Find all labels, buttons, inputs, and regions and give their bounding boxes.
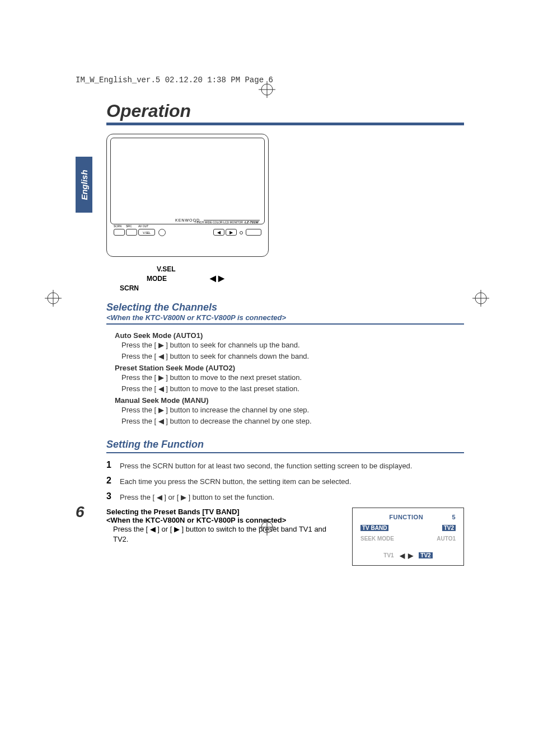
- device-model: LZ-701W: [245, 220, 259, 224]
- step-number: 1: [106, 460, 114, 470]
- annotation-vsel: V.SEL: [157, 265, 176, 273]
- tvband-value: TV2: [442, 525, 456, 531]
- registration-mark-icon: [472, 290, 489, 309]
- step2-text: Each time you press the SCRN button, the…: [120, 476, 351, 487]
- step3-text: Press the [ ◀ ] or [ ▶ ] button to set t…: [120, 491, 274, 503]
- preset-sub: <When the KTC-V800N or KTC-V800P is conn…: [106, 516, 341, 524]
- footer-arrows-icon: ◀ ▶: [400, 552, 414, 560]
- sub-underline: [106, 452, 464, 453]
- selecting-channels-subtitle: <When the KTC-V800N or KTC-V800P is conn…: [106, 313, 464, 322]
- manu-line2: Press the [ ◀ ] button to decrease the c…: [121, 416, 464, 427]
- annotation-scrn: SCRN: [120, 284, 139, 292]
- registration-mark-icon: [259, 81, 275, 100]
- auto1-title: Auto Seek Mode (AUTO1): [115, 331, 464, 340]
- src-label: SRC: [126, 224, 132, 228]
- left-arrow-button[interactable]: ◀: [213, 229, 224, 236]
- src-button[interactable]: [126, 229, 137, 236]
- print-header: IM_W_English_ver.5 02.12.20 1:38 PM Page…: [76, 76, 273, 84]
- seekmode-label: SEEK MODE: [360, 536, 394, 542]
- setting-function-title: Setting the Function: [106, 439, 464, 450]
- section-title: Operation: [106, 101, 464, 121]
- annotation-arrows: ◀ ▶: [210, 274, 224, 283]
- device-subtext: 7-INCH WIDE COLOR LCD MONITOR: [194, 220, 243, 224]
- preset-heading: Selecting the Preset Bands [TV BAND]: [106, 508, 341, 516]
- scrn-button[interactable]: [114, 229, 125, 236]
- manu-line1: Press the [ ▶ ] button to increase the c…: [121, 405, 464, 416]
- step-number: 2: [106, 476, 114, 486]
- indicator-light: [240, 231, 243, 234]
- power-button[interactable]: [246, 229, 261, 236]
- vsel-button[interactable]: V.SEL: [138, 229, 155, 236]
- page-number: 6: [76, 503, 85, 521]
- language-label: English: [79, 170, 89, 200]
- registration-mark-icon: [259, 519, 275, 538]
- registration-mark-icon: [45, 290, 62, 309]
- step-number: 3: [106, 491, 114, 501]
- tvband-label: TV BAND: [360, 525, 388, 531]
- auto1-line1: Press the [ ▶ ] button to seek for chann…: [121, 340, 464, 351]
- annotation-mode: MODE: [147, 275, 167, 283]
- manu-title: Manual Seek Mode (MANU): [115, 396, 464, 405]
- function-box-number: 5: [452, 514, 456, 520]
- sub-underline: [106, 323, 464, 325]
- footer-tv2: TV2: [419, 552, 432, 558]
- footer-tv1: TV1: [383, 552, 394, 558]
- step1-text: Press the SCRN button for at least two s…: [120, 460, 412, 471]
- language-tab: English: [76, 157, 92, 213]
- avout-label: AV OUT: [138, 224, 148, 228]
- scrn-label: SCRN: [114, 224, 121, 228]
- auto1-line2: Press the [ ◀ ] button to seek for chann…: [121, 351, 464, 362]
- knob[interactable]: [158, 229, 166, 236]
- title-underline: [106, 123, 464, 125]
- selecting-channels-title: Selecting the Channels: [106, 302, 464, 313]
- auto2-line1: Press the [ ▶ ] button to move to the ne…: [121, 372, 464, 383]
- device-diagram: KENWOOD 7-INCH WIDE COLOR LCD MONITOR LZ…: [106, 134, 464, 257]
- function-box-title: FUNCTION: [389, 514, 423, 520]
- preset-body: Press the [ ◀ ] or [ ▶ ] button to switc…: [113, 524, 341, 544]
- seekmode-value: AUTO1: [437, 536, 456, 542]
- right-arrow-button[interactable]: ▶: [226, 229, 237, 236]
- auto2-title: Preset Station Seek Mode (AUTO2): [115, 364, 464, 372]
- auto2-line2: Press the [ ◀ ] button to move to the la…: [121, 383, 464, 395]
- function-osd-box: FUNCTION 5 TV BAND TV2 SEEK MODE AUTO1 T…: [352, 508, 464, 566]
